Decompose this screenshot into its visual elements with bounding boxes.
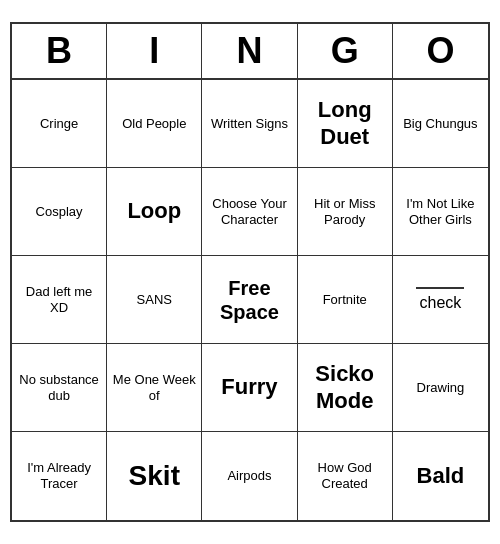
bingo-cell-17: Furry [202,344,297,432]
bingo-cell-1: Old People [107,80,202,168]
bingo-cell-12: Free Space [202,256,297,344]
bingo-cell-10: Dad left me XD [12,256,107,344]
header-letter-g: G [298,24,393,78]
bingo-cell-20: I'm Already Tracer [12,432,107,520]
bingo-cell-4: Big Chungus [393,80,488,168]
bingo-grid: CringeOld PeopleWritten SignsLong DuetBi… [12,80,488,520]
bingo-cell-19: Drawing [393,344,488,432]
bingo-cell-21: Skit [107,432,202,520]
check-underline [416,287,464,289]
bingo-cell-18: Sicko Mode [298,344,393,432]
bingo-cell-6: Loop [107,168,202,256]
bingo-cell-15: No substance dub [12,344,107,432]
bingo-card: BINGO CringeOld PeopleWritten SignsLong … [10,22,490,522]
bingo-cell-3: Long Duet [298,80,393,168]
bingo-cell-8: Hit or Miss Parody [298,168,393,256]
header-letter-b: B [12,24,107,78]
bingo-cell-7: Choose Your Character [202,168,297,256]
bingo-cell-9: I'm Not Like Other Girls [393,168,488,256]
bingo-cell-23: How God Created [298,432,393,520]
bingo-header: BINGO [12,24,488,80]
header-letter-i: I [107,24,202,78]
bingo-cell-16: Me One Week of [107,344,202,432]
header-letter-o: O [393,24,488,78]
bingo-cell-22: Airpods [202,432,297,520]
bingo-cell-2: Written Signs [202,80,297,168]
bingo-cell-14: check [393,256,488,344]
bingo-cell-5: Cosplay [12,168,107,256]
bingo-cell-24: Bald [393,432,488,520]
bingo-cell-0: Cringe [12,80,107,168]
header-letter-n: N [202,24,297,78]
check-text: check [419,293,461,312]
bingo-cell-11: SANS [107,256,202,344]
bingo-cell-13: Fortnite [298,256,393,344]
